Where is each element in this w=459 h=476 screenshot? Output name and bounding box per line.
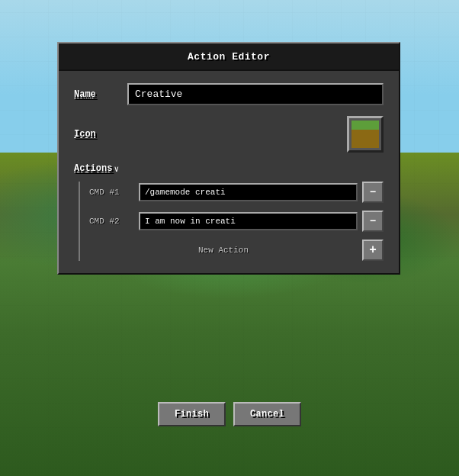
grass-dirt xyxy=(351,130,379,148)
cmd2-input[interactable] xyxy=(139,212,358,230)
dialog-buttons: Finish Cancel xyxy=(158,402,301,426)
actions-list: CMD #1 − CMD #2 − New Action + xyxy=(79,182,384,261)
action-editor-dialog: Action Editor Name Icon Actions ∨ xyxy=(57,42,400,275)
grass-block-icon xyxy=(351,121,379,148)
finish-button[interactable]: Finish xyxy=(158,402,226,426)
actions-header: Actions ∨ xyxy=(74,163,384,174)
new-action-label: New Action xyxy=(89,246,358,255)
cmd1-remove-button[interactable]: − xyxy=(362,182,384,203)
cmd2-remove-button[interactable]: − xyxy=(362,211,384,232)
cancel-button[interactable]: Cancel xyxy=(233,402,301,426)
name-field-row: Name xyxy=(74,83,384,105)
cmd-row-2: CMD #2 − xyxy=(89,211,384,232)
cmd-row-1: CMD #1 − xyxy=(89,182,384,203)
icon-field-row: Icon xyxy=(74,116,384,153)
add-action-button[interactable]: + xyxy=(362,240,384,261)
name-input[interactable] xyxy=(127,83,384,105)
cmd1-label: CMD #1 xyxy=(89,188,139,197)
actions-label[interactable]: Actions xyxy=(74,163,112,174)
cmd2-label: CMD #2 xyxy=(89,217,139,226)
dialog-title: Action Editor xyxy=(188,51,270,63)
actions-chevron-icon: ∨ xyxy=(114,164,119,174)
dialog-body: Name Icon Actions ∨ CMD #1 xyxy=(59,71,399,273)
icon-label[interactable]: Icon xyxy=(74,129,127,140)
cmd1-input[interactable] xyxy=(139,183,358,201)
grass-top xyxy=(351,121,379,130)
icon-slot[interactable] xyxy=(347,116,384,153)
new-action-row: New Action + xyxy=(89,240,384,261)
dialog-title-bar: Action Editor xyxy=(59,43,399,71)
name-label[interactable]: Name xyxy=(74,89,127,100)
